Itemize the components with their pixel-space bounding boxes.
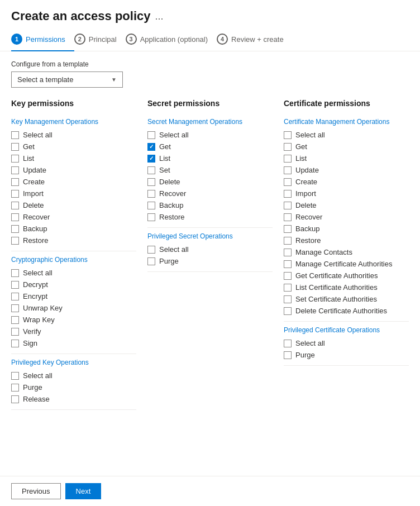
- perm-item-certificate-1-0: Select all: [284, 337, 409, 349]
- page-title: Create an access policy: [11, 9, 150, 23]
- checkbox-secret-1-0[interactable]: [147, 246, 155, 254]
- label-secret-1-0: Select all: [159, 245, 189, 254]
- divider-certificate-0: [284, 321, 409, 322]
- checkbox-certificate-0-2[interactable]: [284, 155, 292, 163]
- checkbox-certificate-0-10[interactable]: [284, 249, 292, 256]
- checkbox-certificate-0-0[interactable]: [284, 131, 292, 139]
- checkbox-key-2-2[interactable]: [11, 395, 19, 403]
- checkbox-certificate-0-3[interactable]: [284, 166, 292, 174]
- section-label-key-2: Privileged Key Operations: [11, 359, 136, 366]
- template-dropdown[interactable]: Select a template ▼: [11, 71, 123, 88]
- label-secret-0-3: Set: [159, 166, 170, 174]
- divider-key-1: [11, 354, 136, 354]
- previous-button[interactable]: Previous: [11, 483, 61, 499]
- checkbox-certificate-0-15[interactable]: [284, 307, 292, 315]
- perm-item-key-0-5: Import: [11, 188, 136, 199]
- section-label-secret-0: Secret Management Operations: [147, 118, 273, 126]
- perm-item-key-0-4: Create: [11, 176, 136, 188]
- label-certificate-0-13: List Certificate Authorities: [295, 283, 378, 292]
- checkbox-key-1-1[interactable]: [11, 281, 19, 289]
- label-certificate-0-8: Backup: [295, 225, 319, 233]
- checkbox-key-1-4[interactable]: [11, 316, 19, 324]
- checkbox-key-0-7[interactable]: [11, 213, 19, 221]
- checkbox-certificate-0-1[interactable]: [284, 143, 292, 151]
- label-certificate-0-10: Manage Contacts: [295, 248, 352, 256]
- divider-key-0: [11, 251, 136, 251]
- tab-review[interactable]: 4 Review + create: [217, 28, 293, 51]
- label-secret-0-6: Backup: [159, 201, 183, 209]
- perm-item-certificate-0-1: Get: [284, 141, 409, 152]
- label-certificate-0-15: Delete Certificate Authorities: [295, 307, 387, 315]
- label-key-0-6: Delete: [23, 201, 44, 209]
- checkbox-key-0-4[interactable]: [11, 178, 19, 186]
- checkbox-certificate-0-12[interactable]: [284, 272, 292, 280]
- checkbox-certificate-0-5[interactable]: [284, 190, 292, 198]
- checkbox-certificate-1-0[interactable]: [284, 340, 292, 347]
- checkbox-certificate-0-7[interactable]: [284, 213, 292, 221]
- perm-item-certificate-0-8: Backup: [284, 223, 409, 235]
- perm-item-key-1-5: Verify: [11, 326, 136, 337]
- label-key-1-1: Decrypt: [23, 280, 48, 289]
- checkbox-key-1-0[interactable]: [11, 269, 19, 277]
- checkbox-certificate-0-11[interactable]: [284, 260, 292, 268]
- checkbox-certificate-0-9[interactable]: [284, 237, 292, 245]
- checkbox-key-2-0[interactable]: [11, 372, 19, 380]
- perm-item-key-1-1: Decrypt: [11, 279, 136, 290]
- tab-principal[interactable]: 2 Principal: [74, 28, 126, 51]
- label-secret-0-1: Get: [159, 142, 171, 151]
- perm-item-key-0-9: Restore: [11, 235, 136, 246]
- perm-item-secret-0-3: Set: [147, 164, 273, 176]
- checkbox-key-0-3[interactable]: [11, 166, 19, 174]
- checkbox-secret-0-4[interactable]: [147, 178, 155, 186]
- checkbox-secret-0-1[interactable]: [147, 143, 155, 151]
- section-label-key-0: Key Management Operations: [11, 118, 136, 126]
- checkbox-key-0-2[interactable]: [11, 155, 19, 163]
- checkbox-key-0-8[interactable]: [11, 225, 19, 233]
- perm-item-certificate-0-9: Restore: [284, 235, 409, 246]
- tab-application[interactable]: 3 Application (optional): [126, 28, 217, 51]
- perm-item-key-1-2: Encrypt: [11, 290, 136, 302]
- column-secret-header: Secret permissions: [147, 99, 273, 110]
- checkbox-secret-1-1[interactable]: [147, 257, 155, 265]
- checkbox-key-0-9[interactable]: [11, 237, 19, 245]
- checkbox-secret-0-0[interactable]: [147, 131, 155, 139]
- next-button[interactable]: Next: [65, 483, 102, 499]
- checkbox-secret-0-2[interactable]: [147, 155, 155, 163]
- checkbox-secret-0-3[interactable]: [147, 166, 155, 174]
- perm-item-secret-0-6: Backup: [147, 199, 273, 211]
- checkbox-secret-0-5[interactable]: [147, 190, 155, 198]
- checkbox-key-0-5[interactable]: [11, 190, 19, 198]
- checkbox-key-2-1[interactable]: [11, 384, 19, 392]
- label-certificate-0-3: Update: [295, 166, 319, 174]
- checkbox-secret-0-7[interactable]: [147, 213, 155, 221]
- perm-item-secret-0-2: List: [147, 152, 273, 164]
- label-key-2-2: Release: [23, 395, 50, 403]
- checkbox-certificate-0-8[interactable]: [284, 225, 292, 233]
- label-key-1-2: Encrypt: [23, 292, 47, 300]
- checkbox-secret-0-6[interactable]: [147, 202, 155, 209]
- checkbox-certificate-1-1[interactable]: [284, 351, 292, 359]
- checkbox-certificate-0-4[interactable]: [284, 178, 292, 186]
- checkbox-key-1-6[interactable]: [11, 340, 19, 347]
- label-certificate-0-11: Manage Certificate Authorities: [295, 260, 392, 268]
- label-secret-0-0: Select all: [159, 131, 189, 139]
- checkbox-key-0-6[interactable]: [11, 202, 19, 209]
- perm-item-certificate-0-2: List: [284, 152, 409, 164]
- label-certificate-0-5: Import: [295, 189, 316, 198]
- checkbox-key-1-2[interactable]: [11, 293, 19, 300]
- perm-item-certificate-0-6: Delete: [284, 199, 409, 211]
- checkbox-key-1-5[interactable]: [11, 328, 19, 336]
- checkbox-certificate-0-13[interactable]: [284, 284, 292, 292]
- tab-circle-principal: 2: [74, 34, 85, 45]
- checkbox-certificate-0-14[interactable]: [284, 295, 292, 303]
- checkbox-key-0-1[interactable]: [11, 143, 19, 151]
- checkbox-certificate-0-6[interactable]: [284, 202, 292, 209]
- label-certificate-0-14: Set Certificate Authorities: [295, 295, 377, 303]
- perm-item-secret-0-1: Get: [147, 141, 273, 152]
- perm-item-certificate-0-13: List Certificate Authorities: [284, 281, 409, 293]
- label-certificate-1-1: Purge: [295, 351, 315, 359]
- column-certificate: Certificate permissionsCertificate Manag…: [284, 99, 409, 414]
- tab-permissions[interactable]: 1 Permissions: [11, 28, 74, 51]
- checkbox-key-1-3[interactable]: [11, 304, 19, 312]
- checkbox-key-0-0[interactable]: [11, 131, 19, 139]
